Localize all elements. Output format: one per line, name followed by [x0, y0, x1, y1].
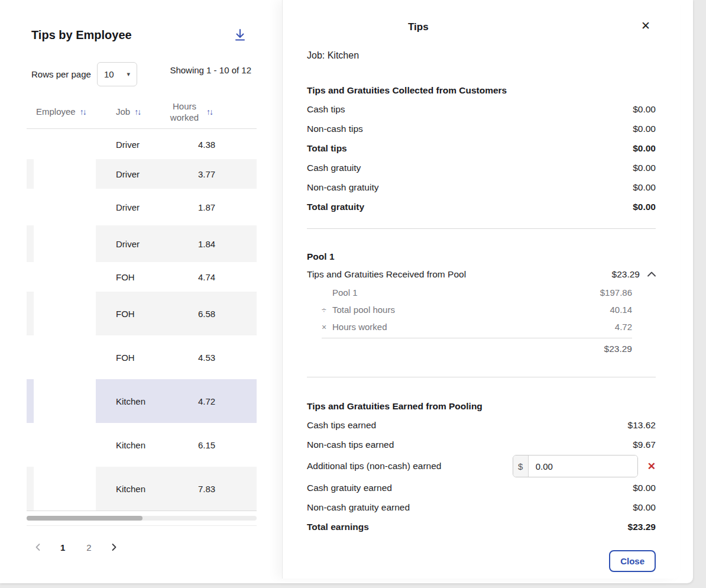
sort-icon[interactable]: ↑↓ [134, 107, 140, 117]
row-value: $0.00 [633, 182, 656, 193]
hours-cell: 7.83 [198, 484, 215, 494]
job-cell: Driver [116, 140, 140, 150]
job-cell: Driver [116, 239, 140, 249]
chevron-up-icon [647, 272, 656, 277]
table-row[interactable]: Driver 4.38 [27, 130, 257, 159]
row-value: $23.29 [628, 522, 656, 532]
currency-prefix: $ [513, 455, 529, 477]
job-cell: FOH [116, 309, 135, 319]
job-cell: FOH [116, 353, 135, 363]
employee-cell [34, 189, 96, 225]
drawer-body: Job: Kitchen Tips and Gratuities Collect… [283, 0, 680, 579]
table-row[interactable]: Kitchen 6.15 [27, 423, 257, 467]
hours-cell: 3.77 [198, 169, 215, 179]
row-value: $197.86 [600, 287, 632, 298]
fin-row-cash-tips-earned: Cash tips earned $13.62 [307, 415, 656, 435]
chevron-right-icon [111, 543, 118, 551]
fin-row-noncash-tips-earned: Non-cash tips earned $9.67 [307, 435, 656, 454]
rows-per-page-select[interactable]: 10 ▾ [97, 62, 137, 86]
rows-per-page-label: Rows per page [31, 69, 91, 79]
sort-icon[interactable]: ↑↓ [80, 107, 86, 117]
pool-section-heading: Pool 1 [307, 251, 656, 262]
row-value: $0.00 [633, 104, 656, 115]
column-label: Employee [36, 106, 76, 117]
row-label: Cash gratuity [307, 163, 361, 173]
clear-icon[interactable]: ✕ [647, 460, 656, 473]
hours-cell: 1.87 [198, 202, 215, 212]
row-label: Total pool hours [332, 305, 395, 315]
hours-cell: 6.15 [198, 440, 215, 450]
table-row-selected[interactable]: Kitchen 4.72 [27, 379, 257, 423]
additional-tips-input-group: $ [513, 455, 638, 477]
pagination: 1 2 [34, 537, 118, 557]
scrollbar-thumb[interactable] [27, 516, 143, 521]
employee-cell [34, 292, 96, 335]
fin-row-cash-tips: Cash tips $0.00 [307, 99, 656, 119]
table-row[interactable]: FOH 4.53 [27, 335, 257, 379]
fin-row-total-earnings: Total earnings $23.29 [307, 517, 656, 537]
next-page-button[interactable] [111, 543, 118, 551]
page-button-1[interactable]: 1 [58, 541, 67, 554]
table-row[interactable]: FOH 6.58 [27, 292, 257, 335]
fin-row-noncash-tips: Non-cash tips $0.00 [307, 119, 656, 138]
row-label: Total tips [307, 143, 347, 154]
collapse-breakdown-button[interactable] [647, 272, 656, 277]
hours-cell: 4.72 [198, 396, 215, 406]
row-label: Non-cash gratuity earned [307, 502, 410, 513]
hours-cell: 4.38 [198, 140, 215, 150]
table-header: Employee ↑↓ Job ↑↓ Hours worked ↑↓ [27, 95, 257, 129]
row-label: Hours worked [332, 322, 387, 332]
employee-cell [34, 262, 96, 292]
row-label: Pool 1 [332, 287, 358, 298]
table-bottom-divider [27, 525, 257, 526]
row-label: Non-cash gratuity [307, 182, 378, 193]
page-title: Tips by Employee [31, 28, 132, 42]
collected-section-heading: Tips and Gratuities Collected from Custo… [307, 85, 656, 96]
job-cell: Driver [116, 169, 140, 179]
table-row[interactable]: Driver 1.84 [27, 225, 257, 262]
horizontal-scrollbar[interactable] [27, 516, 257, 521]
table-row[interactable]: Driver 3.77 [27, 159, 257, 189]
fin-row-total-gratuity: Total gratuity $0.00 [307, 197, 656, 217]
row-label: Total gratuity [307, 202, 364, 212]
hours-cell: 4.74 [198, 272, 215, 282]
rows-per-page-value: 10 [104, 69, 114, 79]
main-card: Tips by Employee Rows per page 10 ▾ Show… [0, 0, 693, 583]
row-value: $0.00 [633, 483, 656, 493]
job-cell: Kitchen [116, 484, 145, 494]
multiply-icon: × [322, 322, 332, 332]
breakdown-row-pool: Pool 1 $197.86 [322, 284, 632, 301]
sort-icon[interactable]: ↑↓ [206, 107, 212, 117]
employee-cell [34, 379, 96, 423]
divide-icon: ÷ [322, 305, 332, 315]
column-header-job: Job ↑↓ [116, 106, 140, 117]
close-button[interactable]: Close [609, 550, 656, 572]
tips-by-employee-panel: Tips by Employee Rows per page 10 ▾ Show… [0, 0, 282, 583]
row-value: $0.00 [633, 124, 656, 134]
table-row[interactable]: Driver 1.87 [27, 189, 257, 225]
row-value: $0.00 [633, 163, 656, 173]
row-value: 40.14 [610, 305, 632, 315]
row-label: Non-cash tips earned [307, 440, 394, 450]
employee-cell [34, 335, 96, 379]
job-cell: Kitchen [116, 440, 145, 450]
table-body: Driver 4.38 Driver 3.77 Driver 1.87 Driv… [27, 130, 257, 511]
row-label: Tips and Gratuities Received from Pool [307, 269, 466, 280]
fin-row-noncash-gratuity: Non-cash gratuity $0.00 [307, 177, 656, 197]
download-button[interactable] [232, 27, 248, 44]
additional-tips-input[interactable] [529, 455, 637, 477]
employee-cell [34, 130, 96, 159]
table-row[interactable]: Kitchen 7.83 [27, 467, 257, 511]
received-from-pool-row: Tips and Gratuities Received from Pool $… [307, 264, 656, 284]
column-header-hours-worked: Hours worked ↑↓ [167, 101, 212, 123]
row-value: $0.00 [633, 143, 656, 154]
row-label: Cash tips earned [307, 420, 376, 431]
fin-row-cash-gratuity: Cash gratuity $0.00 [307, 158, 656, 177]
row-value: $0.00 [633, 502, 656, 513]
hours-cell: 6.58 [198, 309, 215, 319]
pool-breakdown: Pool 1 $197.86 ÷ Total pool hours 40.14 … [322, 284, 632, 354]
previous-page-button[interactable] [34, 543, 41, 551]
page-button-2[interactable]: 2 [84, 541, 93, 554]
chevron-left-icon [34, 543, 41, 551]
table-row[interactable]: FOH 4.74 [27, 262, 257, 292]
